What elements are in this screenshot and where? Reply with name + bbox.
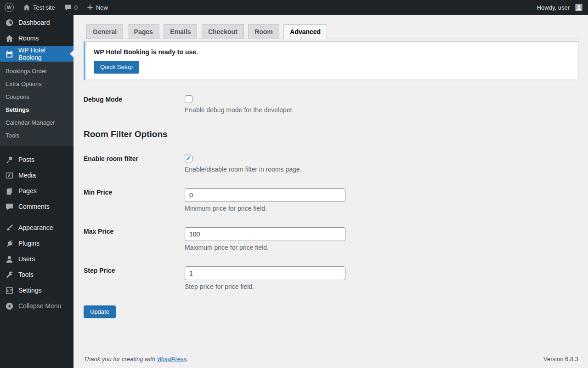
step-price-label: Step Price <box>84 266 185 290</box>
submenu-item-tools[interactable]: Tools <box>0 129 74 142</box>
sidebar-item-label: Media <box>18 172 36 179</box>
quick-setup-button[interactable]: Quick Setup <box>94 61 139 74</box>
sidebar-item-appearance[interactable]: Appearance <box>0 220 74 236</box>
admin-bar: W Test site 0 New Howdy, user <box>0 0 588 15</box>
max-price-row: Max Price Maximum price for price field. <box>84 227 578 251</box>
wordpress-link[interactable]: WordPress <box>157 356 187 362</box>
tab-checkout[interactable]: Checkout <box>202 24 244 39</box>
max-price-label: Max Price <box>84 227 185 251</box>
howdy-user-menu[interactable]: Howdy, user <box>537 0 571 15</box>
sidebar-item-users[interactable]: Users <box>0 251 74 267</box>
sidebar-item-label: Rooms <box>18 34 39 42</box>
sidebar-item-comments[interactable]: Comments <box>0 199 74 214</box>
sidebar-item-label: WP Hotel Booking <box>18 46 70 61</box>
version-text: Version 6.8.3 <box>543 356 578 362</box>
debug-mode-description: Enable debug mode for the developer. <box>185 106 578 114</box>
sidebar-item-posts[interactable]: Posts <box>0 152 74 167</box>
update-button[interactable]: Update <box>84 305 116 318</box>
sidebar-item-label: Posts <box>18 156 34 163</box>
sidebar-item-label: Plugins <box>18 240 40 247</box>
sidebar-item-label: Tools <box>18 271 34 278</box>
submenu-item-bookings-order[interactable]: Bookings Order <box>0 65 74 78</box>
submenu-item-extra-options[interactable]: Extra Options <box>0 78 74 91</box>
collapse-menu-button[interactable]: Collapse Menu <box>0 298 74 314</box>
current-menu-arrow <box>70 50 74 58</box>
enable-room-filter-row: Enable room filter Enable/disable room f… <box>84 155 578 173</box>
sidebar-item-settings[interactable]: Settings <box>0 282 74 298</box>
sidebar-item-label: Collapse Menu <box>18 302 61 310</box>
new-content-menu[interactable]: New <box>82 0 113 15</box>
min-price-input[interactable] <box>185 188 345 202</box>
comment-icon <box>5 202 14 211</box>
admin-footer: Thank you for creating with WordPress. V… <box>84 356 578 362</box>
info-notice: WP Hotel Booking is ready to use. Quick … <box>84 41 578 80</box>
sidebar-item-label: Appearance <box>18 224 53 231</box>
sidebar-item-label: Pages <box>18 187 37 195</box>
tab-room[interactable]: Room <box>248 24 279 39</box>
submenu-item-settings[interactable]: Settings <box>0 104 74 116</box>
max-price-description: Maximum price for price field. <box>185 244 578 251</box>
menu-separator <box>0 214 74 220</box>
sidebar-item-tools[interactable]: Tools <box>0 267 74 282</box>
enable-room-filter-checkbox[interactable] <box>185 155 192 162</box>
user-avatar[interactable] <box>575 4 582 11</box>
min-price-label: Min Price <box>84 188 185 212</box>
footer-thanks-suffix: . <box>187 356 188 362</box>
comments-count: 0 <box>74 4 78 11</box>
enable-room-filter-label: Enable room filter <box>84 155 185 173</box>
brush-icon <box>5 223 14 232</box>
sidebar-item-wp-hotel-booking[interactable]: WP Hotel Booking <box>0 46 74 62</box>
tab-advanced[interactable]: Advanced <box>283 24 327 39</box>
comments-shortcut[interactable]: 0 <box>60 0 82 15</box>
sidebar-item-label: Comments <box>18 203 50 210</box>
footer-thanks-text: Thank you for creating with WordPress. <box>84 356 188 362</box>
step-price-input[interactable] <box>185 266 345 280</box>
wordpress-logo-icon: W <box>5 3 14 12</box>
hotel-booking-submenu: Bookings Order Extra Options Coupons Set… <box>0 62 74 146</box>
tab-emails[interactable]: Emails <box>164 24 197 39</box>
notice-message: WP Hotel Booking is ready to use. <box>94 48 570 56</box>
submenu-item-coupons[interactable]: Coupons <box>0 91 74 104</box>
debug-mode-checkbox[interactable] <box>185 95 192 103</box>
sidebar-item-label: Settings <box>18 287 42 294</box>
max-price-input[interactable] <box>185 227 345 241</box>
submenu-item-calendar-manager[interactable]: Calendar Manager <box>0 116 74 129</box>
sidebar-item-pages[interactable]: Pages <box>0 183 74 199</box>
sliders-icon <box>5 286 14 295</box>
user-icon <box>5 254 14 264</box>
site-name-label: Test site <box>33 4 55 11</box>
sidebar-item-plugins[interactable]: Plugins <box>0 236 74 251</box>
sidebar-item-label: Users <box>18 255 35 263</box>
settings-page: General Pages Emails Checkout Room Advan… <box>74 15 588 368</box>
wordpress-admin-screen: W Test site 0 New Howdy, user <box>0 0 588 368</box>
settings-tab-bar: General Pages Emails Checkout Room Advan… <box>84 24 578 39</box>
footer-thanks-prefix: Thank you for creating with <box>84 356 157 362</box>
wp-logo-menu[interactable]: W <box>0 0 18 15</box>
admin-sidebar: Dashboard Rooms WP Hotel Booking Booking… <box>0 15 74 368</box>
calendar-icon <box>5 49 14 58</box>
comment-bubble-icon <box>64 4 72 11</box>
plus-icon <box>87 4 93 11</box>
plug-icon <box>5 239 14 248</box>
howdy-label: Howdy, user <box>537 4 570 11</box>
room-filter-options-heading: Room Filter Options <box>84 129 578 139</box>
site-name-link[interactable]: Test site <box>18 0 60 15</box>
sidebar-item-media[interactable]: Media <box>0 167 74 183</box>
sidebar-item-rooms[interactable]: Rooms <box>0 30 74 46</box>
wrench-icon <box>5 270 14 279</box>
sidebar-item-dashboard[interactable]: Dashboard <box>0 15 74 30</box>
tab-general[interactable]: General <box>86 24 123 39</box>
step-price-description: Step price for price field. <box>185 283 578 290</box>
pin-icon <box>5 155 14 164</box>
step-price-row: Step Price Step price for price field. <box>84 266 578 290</box>
debug-mode-row: Debug Mode Enable debug mode for the dev… <box>84 95 578 114</box>
media-icon <box>5 171 14 180</box>
dashboard-icon <box>5 18 14 27</box>
debug-mode-label: Debug Mode <box>84 95 185 114</box>
min-price-description: Minimum price for price field. <box>185 205 578 212</box>
house-icon <box>5 34 14 43</box>
home-icon <box>23 4 30 11</box>
enable-room-filter-description: Enable/disable room filter in rooms page… <box>185 166 578 173</box>
pages-icon <box>5 186 14 196</box>
tab-pages[interactable]: Pages <box>128 24 159 39</box>
